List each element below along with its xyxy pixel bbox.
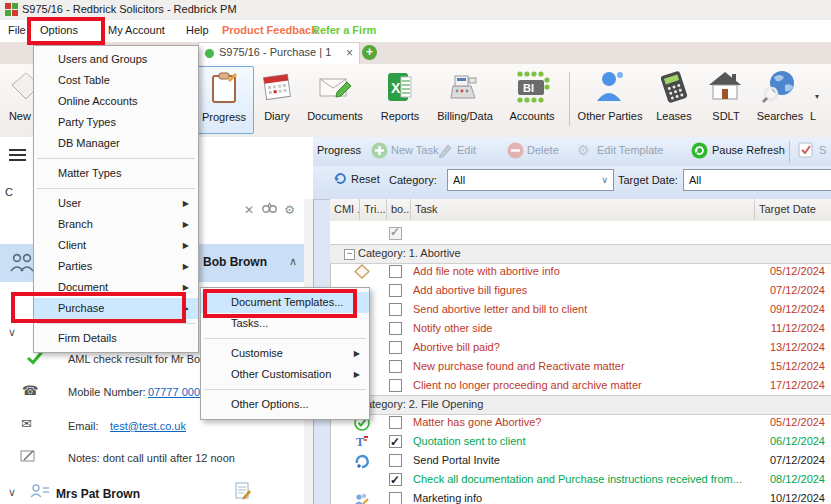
task-row[interactable]: Check all documentation and Purchase ins… — [330, 470, 831, 489]
column-header[interactable]: CMI ... — [330, 199, 360, 220]
task-checkbox[interactable] — [389, 492, 402, 504]
task-row[interactable]: Client no longer proceeding and archive … — [330, 376, 831, 395]
edit-template-button[interactable]: Edit Template — [597, 144, 663, 156]
menu-item-online-accounts[interactable]: Online Accounts — [34, 91, 198, 112]
email-label: Email: — [68, 420, 99, 432]
expand-chevron-icon[interactable]: ∨ — [8, 326, 16, 339]
task-checkbox[interactable] — [389, 360, 402, 373]
task-checkbox[interactable] — [389, 322, 402, 335]
menu-item-firm-details[interactable]: Firm Details — [34, 328, 198, 349]
menu-help[interactable]: Help — [186, 24, 209, 36]
category-dropdown[interactable]: All ∨ — [447, 169, 614, 191]
submenu-item-customise[interactable]: Customise▶ — [201, 343, 369, 364]
task-row[interactable]: T Quotation sent to client 06/12/2024 — [330, 432, 831, 451]
task-row[interactable]: Send abortive letter and bill to client … — [330, 300, 831, 319]
column-header[interactable]: Target Date — [755, 199, 831, 220]
toolbar-sdlt-button[interactable]: SDLT — [701, 66, 751, 132]
task-row[interactable]: Add abortive bill figures 07/12/2024 — [330, 281, 831, 300]
toolbar-reports-button[interactable]: X Reports — [372, 66, 428, 132]
task-checkbox[interactable] — [389, 341, 402, 354]
menu-refer-a-firm[interactable]: Refer a Firm — [312, 24, 376, 36]
menu-item-label: DB Manager — [58, 137, 120, 149]
menu-item-matter-types[interactable]: Matter Types — [34, 163, 198, 184]
sdlt-house-icon — [701, 66, 751, 108]
collapse-chevron-icon[interactable]: ∧ — [289, 255, 297, 268]
pause-refresh-icon[interactable] — [691, 142, 708, 161]
edit-document-icon[interactable] — [234, 481, 252, 503]
toolbar-searches-button[interactable]: Searches — [753, 66, 807, 132]
toolbar-leases-button[interactable]: Leases — [649, 66, 699, 132]
toolbar-progress-button[interactable]: Progress — [194, 66, 254, 134]
filter-checkbox[interactable] — [389, 227, 402, 240]
menu-item-party-types[interactable]: Party Types — [34, 112, 198, 133]
reset-icon[interactable] — [333, 171, 348, 188]
edit-pencil-icon[interactable] — [437, 142, 454, 161]
partial-button[interactable]: S — [819, 144, 826, 156]
collapse-group-icon[interactable]: − — [344, 249, 355, 260]
task-checkbox[interactable] — [389, 265, 402, 278]
add-tab-button[interactable]: + — [362, 45, 377, 60]
toolbar-dropdown-caret-icon[interactable]: ▾ — [815, 92, 819, 101]
task-checkbox[interactable] — [389, 379, 402, 392]
delete-button[interactable]: Delete — [527, 144, 559, 156]
leases-calculator-icon — [649, 66, 699, 108]
menu-file[interactable]: File — [8, 24, 26, 36]
toolbar-overflow-button[interactable]: L — [810, 66, 830, 132]
task-checkbox[interactable] — [389, 435, 402, 448]
task-row[interactable]: Add file note with abortive info 05/12/2… — [330, 262, 831, 281]
delete-icon[interactable]: ✕ — [244, 203, 254, 217]
new-task-plus-icon[interactable] — [371, 142, 388, 161]
task-row[interactable]: Matter has gone Abortive? 05/12/2024 — [330, 413, 831, 432]
expand-chevron-icon[interactable]: ∨ — [8, 486, 16, 499]
submenu-item-other-customisation[interactable]: Other Customisation▶ — [201, 364, 369, 385]
task-checkbox[interactable] — [389, 416, 402, 429]
toolbar-billing-button[interactable]: Billing/Data — [430, 66, 500, 132]
reset-button[interactable]: Reset — [351, 173, 380, 185]
toolbar-accounts-button[interactable]: BI Accounts — [502, 66, 562, 132]
menu-item-parties[interactable]: Parties▶ — [34, 256, 198, 277]
menu-item-client[interactable]: Client▶ — [34, 235, 198, 256]
task-text: Send Portal Invite — [413, 451, 500, 470]
menu-item-db-manager[interactable]: DB Manager — [34, 133, 198, 154]
menu-item-users-and-groups[interactable]: Users and Groups — [34, 49, 198, 70]
task-checkbox[interactable] — [389, 303, 402, 316]
gear-icon[interactable]: ⚙ — [284, 203, 295, 217]
edit-button[interactable]: Edit — [457, 144, 476, 156]
task-checkbox[interactable] — [389, 473, 402, 486]
new-task-button[interactable]: New Task — [391, 144, 438, 156]
edit-template-gear-icon[interactable]: ⚙ — [577, 142, 590, 158]
task-row[interactable]: Marketing info 10/12/2024 — [330, 489, 831, 504]
tab-close-icon[interactable]: × — [346, 46, 353, 60]
task-row[interactable]: Notify other side 11/12/2024 — [330, 319, 831, 338]
task-text: Abortive bill paid? — [413, 338, 500, 357]
menu-my-account[interactable]: My Account — [108, 24, 165, 36]
menu-item-cost-table[interactable]: Cost Table — [34, 70, 198, 91]
tab-matter[interactable]: S975/16 - Purchase | 10 Win... × — [198, 42, 360, 64]
document-check-icon[interactable] — [797, 141, 815, 161]
pause-refresh-button[interactable]: Pause Refresh — [712, 144, 785, 156]
task-checkbox[interactable] — [389, 454, 402, 467]
hamburger-menu-icon[interactable] — [9, 149, 26, 164]
column-header[interactable]: Task — [411, 199, 755, 220]
task-row[interactable]: New purchase found and Reactivate matter… — [330, 357, 831, 376]
toolbar-diary-button[interactable]: Diary — [254, 66, 300, 132]
task-checkbox[interactable] — [389, 284, 402, 297]
task-row[interactable]: Abortive bill paid? 13/12/2024 — [330, 338, 831, 357]
menu-product-feedback[interactable]: Product Feedback — [222, 24, 317, 36]
email-link[interactable]: test@test.co.uk — [110, 420, 186, 432]
mobile-link[interactable]: 07777 000 — [148, 386, 200, 398]
category-group-row[interactable]: − Category: 1. Abortive — [330, 244, 831, 264]
second-client-name[interactable]: Mrs Pat Brown — [56, 487, 140, 501]
task-row[interactable]: Send Portal Invite 07/12/2024 — [330, 451, 831, 470]
target-date-dropdown[interactable]: All — [683, 169, 831, 191]
submenu-item-other-options[interactable]: Other Options... — [201, 394, 369, 415]
menu-item-branch[interactable]: Branch▶ — [34, 214, 198, 235]
category-group-row[interactable]: − Category: 2. File Opening — [330, 395, 831, 415]
column-header[interactable]: Tri... — [360, 199, 387, 220]
delete-minus-icon[interactable] — [507, 142, 524, 161]
binoculars-find-icon[interactable] — [262, 204, 280, 216]
column-header[interactable]: bo... — [387, 199, 411, 220]
toolbar-documents-button[interactable]: Documents — [302, 66, 368, 132]
toolbar-other-parties-button[interactable]: Other Parties — [574, 66, 646, 132]
menu-item-user[interactable]: User▶ — [34, 193, 198, 214]
